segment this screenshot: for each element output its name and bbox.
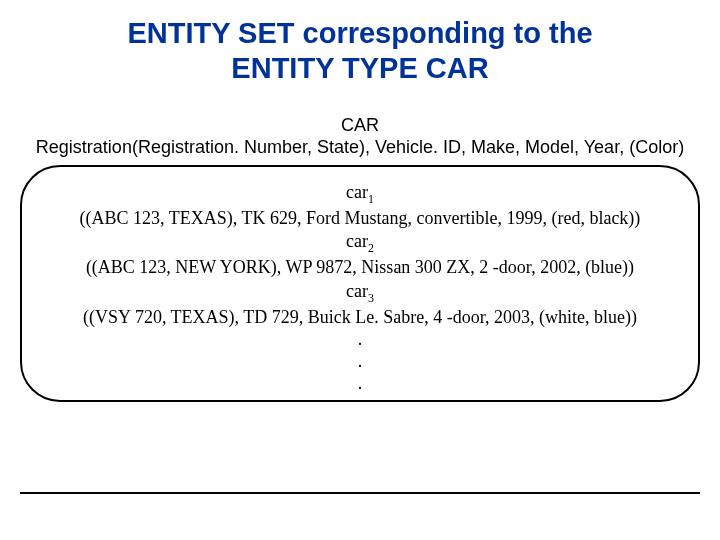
entity-tuple: ((ABC 123, NEW YORK), WP 9872, Nissan 30… (36, 256, 684, 279)
slide-title: ENTITY SET corresponding to the ENTITY T… (20, 16, 700, 86)
entity-label: car1 (36, 181, 684, 207)
entity-entry: car1 ((ABC 123, TEXAS), TK 629, Ford Mus… (36, 181, 684, 231)
slide: ENTITY SET corresponding to the ENTITY T… (0, 0, 720, 540)
entity-label-sub: 1 (368, 191, 374, 205)
ellipsis-dot: . (36, 329, 684, 351)
entity-entry: car3 ((VSY 720, TEXAS), TD 729, Buick Le… (36, 280, 684, 330)
ellipsis-dot: . (36, 351, 684, 373)
entity-label-sub: 2 (368, 241, 374, 255)
schema-entity-name: CAR (341, 115, 379, 135)
schema-attributes: Registration(Registration. Number, State… (36, 137, 684, 157)
entity-label-sub: 3 (368, 290, 374, 304)
title-line-2: ENTITY TYPE CAR (231, 52, 488, 84)
entity-tuple: ((VSY 720, TEXAS), TD 729, Buick Le. Sab… (36, 306, 684, 329)
entity-label: car3 (36, 280, 684, 306)
title-line-1: ENTITY SET corresponding to the (127, 17, 592, 49)
entity-set-box-wrap: car1 ((ABC 123, TEXAS), TK 629, Ford Mus… (20, 165, 700, 403)
entity-set-box: car1 ((ABC 123, TEXAS), TK 629, Ford Mus… (20, 165, 700, 403)
entity-label-prefix: car (346, 182, 368, 202)
schema-block: CAR Registration(Registration. Number, S… (20, 114, 700, 159)
entity-label: car2 (36, 230, 684, 256)
footer-divider (20, 492, 700, 494)
ellipsis-dot: . (36, 373, 684, 395)
entity-label-prefix: car (346, 231, 368, 251)
entity-label-prefix: car (346, 281, 368, 301)
entity-entry: car2 ((ABC 123, NEW YORK), WP 9872, Niss… (36, 230, 684, 280)
entity-tuple: ((ABC 123, TEXAS), TK 629, Ford Mustang,… (36, 207, 684, 230)
